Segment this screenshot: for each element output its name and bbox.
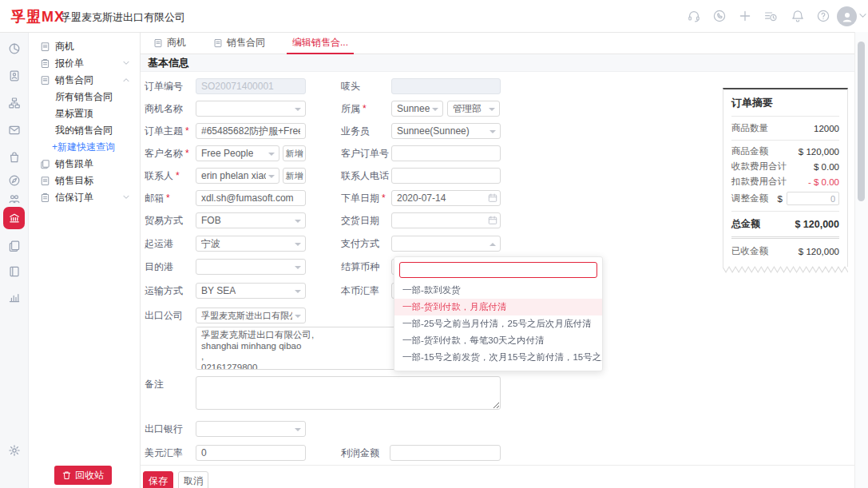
plus-icon[interactable] <box>738 9 752 23</box>
caret-down-icon <box>295 220 301 223</box>
chevron-down-icon[interactable] <box>859 13 868 27</box>
usd-rate-label: 美元汇率 <box>145 445 183 461</box>
mail-icon[interactable] <box>4 120 24 140</box>
export-bank-select[interactable] <box>196 421 306 437</box>
caret-down-icon <box>268 175 275 178</box>
tab-sales-contract[interactable]: 销售合同 <box>200 32 279 54</box>
owner-label: 所属 <box>341 101 367 117</box>
summary-row-adjust: 调整金额 $ <box>731 189 839 212</box>
orders-bank-icon[interactable] <box>3 207 25 229</box>
delivery-date-input[interactable] <box>391 212 501 228</box>
sidebar-item-sales-contract[interactable]: 销售合同 <box>28 72 140 89</box>
currency-symbol: $ <box>778 194 783 204</box>
contact-label: 联系人 <box>145 168 180 184</box>
document-icon <box>40 42 50 52</box>
order-no-input[interactable] <box>196 78 306 94</box>
port-loading-label: 起运港 <box>145 236 173 252</box>
sidebar-item-quotation[interactable]: 报价单 <box>28 55 140 72</box>
sidebar-item-sales-tracking[interactable]: 销售跟单 <box>28 156 140 173</box>
contact-phone-input[interactable] <box>391 168 501 184</box>
brand-logo: 孚盟MX <box>11 7 65 26</box>
shipping-mark-input[interactable] <box>391 78 501 94</box>
caret-down-icon <box>432 108 438 111</box>
trash-icon <box>62 470 71 480</box>
chevron-down-icon <box>123 61 129 65</box>
dropdown-option[interactable]: 一部-款到发货 <box>394 282 602 299</box>
email-input[interactable] <box>196 190 306 206</box>
owner-user-select[interactable]: Sunnee(Su <box>391 101 443 117</box>
dropdown-option-highlighted[interactable]: 一部-货到付款，月底付清 <box>394 299 602 315</box>
tab-opportunity[interactable]: 商机 <box>140 32 200 54</box>
caret-down-icon <box>295 290 301 293</box>
subject-label: 订单主题 <box>145 123 189 139</box>
order-date-input[interactable] <box>391 190 501 206</box>
payment-method-select[interactable] <box>391 236 501 252</box>
ledger-book-icon[interactable] <box>4 261 24 281</box>
sidebar-item-opportunity[interactable]: 商机 <box>28 38 140 55</box>
transport-mode-select[interactable]: BY SEA <box>196 283 306 299</box>
scrollbar-thumb[interactable] <box>858 42 865 201</box>
profit-input[interactable] <box>390 445 501 461</box>
adjust-amount-input[interactable] <box>787 192 839 205</box>
caret-up-icon <box>489 243 496 246</box>
subject-input[interactable] <box>196 123 306 139</box>
dashboard-pie-icon[interactable] <box>4 38 24 58</box>
remark-textarea[interactable] <box>196 376 501 410</box>
org-chart-icon[interactable] <box>4 93 24 113</box>
port-destination-select[interactable] <box>196 259 306 275</box>
settings-gear-icon[interactable] <box>4 440 24 460</box>
sidebar-item-sales-target[interactable]: 销售目标 <box>28 173 140 189</box>
shipping-mark-label: 唛头 <box>341 78 360 94</box>
chat-icon[interactable] <box>712 9 727 23</box>
export-company-select[interactable]: 孚盟麦克斯进出口有限公司 <box>196 307 306 323</box>
dropdown-option[interactable]: 一部-货到付款，每笔30天之内付清 <box>394 332 602 349</box>
save-button[interactable]: 保存 <box>143 471 173 488</box>
opportunity-name-label: 商机名称 <box>145 101 183 117</box>
history-icon[interactable] <box>763 9 778 23</box>
compass-icon[interactable] <box>4 170 24 190</box>
report-chart-icon[interactable] <box>4 287 24 307</box>
cancel-button[interactable]: 取消 <box>178 471 208 488</box>
port-destination-label: 目的港 <box>145 259 173 275</box>
dropdown-search-input[interactable] <box>399 262 597 278</box>
sidebar-item-credit-orders[interactable]: 信保订单 <box>28 189 140 206</box>
clipboard-icon <box>40 58 50 69</box>
trade-mode-select[interactable]: FOB <box>196 212 306 228</box>
sidebar-item-my-contracts[interactable]: 我的销售合同 <box>28 122 140 139</box>
app-window: 孚盟MX 孚盟麦克斯进出口有限公司 <box>0 0 868 488</box>
usd-rate-input[interactable] <box>196 445 306 461</box>
team-icon[interactable] <box>4 188 24 208</box>
contact-select[interactable]: erin phelan xiao <box>196 168 279 184</box>
profit-label: 利润金额 <box>341 445 379 461</box>
summary-row-total: 总金额 $ 120,000 <box>731 212 839 239</box>
document-icon <box>213 38 223 48</box>
add-customer-button[interactable]: 新增 <box>283 145 306 161</box>
dropdown-option[interactable]: 一部-15号之前发货，次月15号之前付清，15号之后发货，次月月底付清 <box>394 349 602 366</box>
add-contact-button[interactable]: 新增 <box>283 168 306 184</box>
sidebar-item-all-contracts[interactable]: 所有销售合同 <box>28 89 140 105</box>
owner-dept-select[interactable]: 管理部 <box>447 101 500 117</box>
user-avatar[interactable] <box>837 6 857 26</box>
document-icon <box>40 75 50 85</box>
salesman-select[interactable]: Sunnee(Sunnee) <box>391 123 501 139</box>
sidebar-item-starred[interactable]: 星标置顶 <box>28 105 140 122</box>
customer-select[interactable]: Free People <box>196 145 279 161</box>
port-loading-select[interactable]: 宁波 <box>196 236 306 252</box>
sidebar-menu: 商机 报价单 销售合同 所有销售合同 星标置顶 我的销售合同 + <box>28 38 140 206</box>
tab-edit-sales-contract[interactable]: 编辑销售合... <box>279 32 362 54</box>
footer-bar: 保存 取消 <box>140 465 854 488</box>
contacts-icon[interactable] <box>4 65 24 85</box>
recycle-bin-button[interactable]: 回收站 <box>54 466 112 485</box>
documents-icon[interactable] <box>4 236 24 256</box>
email-label: 邮箱 <box>145 190 170 206</box>
opportunity-name-select[interactable] <box>196 101 306 117</box>
shopping-bag-icon[interactable] <box>4 147 24 167</box>
headset-icon[interactable] <box>687 9 701 23</box>
order-date-label: 下单日期 <box>341 190 386 206</box>
customer-po-input[interactable] <box>391 145 501 161</box>
sidebar-item-new-quick-query[interactable]: +新建快速查询 <box>28 139 140 156</box>
help-icon[interactable] <box>816 9 830 23</box>
bell-icon[interactable] <box>791 9 805 23</box>
dropdown-option[interactable]: 一部-25号之前当月付清，25号之后次月底付清 <box>394 315 602 332</box>
caret-down-icon <box>489 130 496 133</box>
